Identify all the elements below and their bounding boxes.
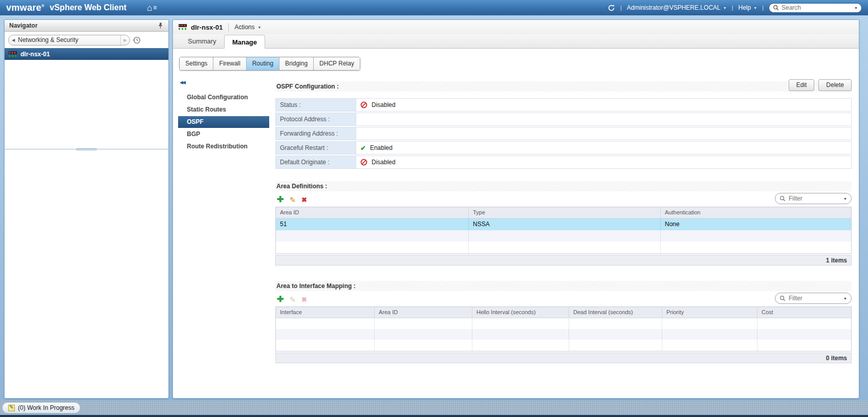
sidenav-bgp[interactable]: BGP: [178, 128, 269, 140]
delete-button[interactable]: Delete: [818, 79, 852, 91]
navigator-titlebar: Navigator: [5, 20, 168, 32]
column-header[interactable]: Area ID: [276, 207, 469, 218]
filter-input[interactable]: [789, 295, 840, 302]
search-input[interactable]: [782, 4, 852, 11]
status-disabled-icon: [360, 101, 367, 108]
items-count: 1 items: [275, 255, 852, 266]
subtab-routing[interactable]: Routing: [246, 57, 279, 70]
delete-x-icon[interactable]: ✖: [301, 196, 307, 203]
chevron-down-icon[interactable]: ▼: [843, 197, 847, 201]
config-row-default-originate: Default Originate : Disabled: [275, 156, 852, 169]
add-icon[interactable]: ✚: [277, 295, 284, 303]
vmware-logo: vmware®: [6, 3, 45, 13]
empty-row: [276, 242, 851, 253]
delete-x-icon-disabled: ✖: [301, 296, 307, 303]
area-interface-mapping-section: Area to Interface Mapping : ✚ ✎ ✖ ▼: [275, 281, 852, 363]
sidebar-item-dlr-nsx-01[interactable]: dlr-nsx-01: [5, 48, 168, 60]
navigator-splitter[interactable]: [5, 147, 168, 151]
logical-router-icon: [9, 51, 17, 57]
sidenav-global-configuration[interactable]: Global Configuration: [178, 92, 269, 103]
config-row-status: Status : Disabled: [275, 98, 852, 112]
chevron-down-icon[interactable]: ▼: [854, 6, 858, 10]
config-row-forwarding-address: Forwarding Address :: [275, 127, 852, 140]
tab-bar: Summary Manage: [173, 34, 859, 49]
area-interface-mapping-title: Area to Interface Mapping :: [275, 281, 852, 291]
edit-pencil-icon-disabled: ✎: [289, 296, 296, 303]
area-definitions-filter[interactable]: ▼: [775, 193, 852, 204]
status-enabled-icon: ✔: [360, 144, 366, 152]
column-header[interactable]: Priority: [662, 307, 757, 318]
chevron-down-icon: ▼: [753, 6, 757, 10]
column-header[interactable]: Authentication: [661, 207, 851, 218]
sidebar-item-label: dlr-nsx-01: [20, 51, 50, 58]
navigator-toolbar: ◀ Networking & Security ▶: [5, 32, 168, 48]
empty-row: [276, 329, 851, 340]
tab-manage[interactable]: Manage: [224, 35, 265, 49]
ospf-configuration-section: OSPF Configuration : Edit Delete: [275, 81, 852, 92]
subtab-settings[interactable]: Settings: [180, 57, 213, 70]
top-banner: vmware® vSphere Web Client ⌂ ≡ | Adminis…: [0, 0, 868, 15]
subtab-dhcp-relay[interactable]: DHCP Relay: [313, 57, 360, 70]
splitter-grip[interactable]: [76, 147, 97, 150]
main-panel: dlr-nsx-01 Actions ▼ Summary Manage Sett…: [172, 19, 859, 399]
work-in-progress-label: (0) Work In Progress: [18, 404, 74, 411]
table-row[interactable]: 51 NSSA None: [276, 218, 851, 230]
home-button[interactable]: ⌂ ≡: [147, 4, 157, 12]
edit-pencil-icon[interactable]: ✎: [289, 196, 296, 204]
help-menu[interactable]: Help ▼: [739, 4, 757, 11]
area-definitions-grid: Area ID Type Authentication 51 NSSA None: [275, 207, 852, 254]
chevron-down-icon: ▼: [258, 26, 262, 29]
forward-arrow-icon[interactable]: ▶: [120, 35, 129, 45]
user-menu[interactable]: Administrator@VSPHERE.LOCAL ▼: [627, 4, 727, 11]
column-header[interactable]: Cost: [757, 307, 851, 318]
menu-icon[interactable]: ≡: [153, 5, 157, 11]
home-icon[interactable]: ⌂: [147, 4, 152, 12]
ospf-config-table: Status : Disabled Protocol Address : For…: [275, 98, 852, 169]
empty-row: [276, 318, 851, 329]
area-interface-mapping-filter[interactable]: ▼: [775, 293, 852, 304]
search-icon: [779, 295, 786, 301]
search-box[interactable]: ▼: [769, 3, 862, 13]
work-in-progress-button[interactable]: ✎ (0) Work In Progress: [2, 402, 80, 413]
column-header[interactable]: Hello Interval (seconds): [472, 307, 569, 318]
chevron-down-icon[interactable]: ▼: [843, 297, 847, 300]
filter-input[interactable]: [789, 195, 840, 202]
column-header[interactable]: Dead Interval (seconds): [569, 307, 662, 318]
back-arrow-icon[interactable]: ◀: [9, 38, 18, 42]
area-interface-mapping-grid: Interface Area ID Hello Interval (second…: [275, 306, 852, 352]
navigator-title: Navigator: [9, 22, 37, 29]
product-title: vSphere Web Client: [50, 3, 126, 12]
column-header[interactable]: Interface: [276, 307, 375, 318]
note-icon: ✎: [8, 405, 15, 411]
sidenav-route-redistribution[interactable]: Route Redistribution: [178, 141, 269, 152]
grid-header-row: Area ID Type Authentication: [276, 207, 851, 218]
logical-router-icon: [179, 24, 187, 30]
separator: |: [732, 5, 733, 11]
separator: |: [762, 5, 764, 11]
config-row-protocol-address: Protocol Address :: [275, 113, 852, 126]
history-icon[interactable]: [133, 36, 141, 45]
column-header[interactable]: Type: [469, 207, 661, 218]
area-interface-mapping-toolbar: ✚ ✎ ✖ ▼: [275, 291, 852, 306]
area-definitions-title: Area Definitions :: [275, 181, 852, 191]
routing-content: ◀◀ Global Configuration Static Routes OS…: [178, 77, 852, 393]
taskbar: ✎ (0) Work In Progress: [0, 401, 868, 415]
add-icon[interactable]: ✚: [277, 195, 284, 204]
actions-menu[interactable]: Actions ▼: [234, 24, 261, 31]
column-header[interactable]: Area ID: [375, 307, 472, 318]
subtab-firewall[interactable]: Firewall: [213, 57, 246, 70]
collapse-left-icon[interactable]: ◀◀: [180, 80, 269, 85]
sidenav-static-routes[interactable]: Static Routes: [178, 104, 269, 116]
sidenav-ospf[interactable]: OSPF: [178, 116, 269, 128]
empty-row: [276, 340, 851, 351]
edit-button[interactable]: Edit: [789, 79, 815, 91]
subtab-bridging[interactable]: Bridging: [279, 57, 313, 70]
tab-summary[interactable]: Summary: [180, 34, 224, 48]
breadcrumb-label: Networking & Security: [18, 36, 120, 43]
ospf-config-actions: Edit Delete: [789, 79, 852, 91]
breadcrumb[interactable]: ◀ Networking & Security ▶: [8, 35, 130, 46]
refresh-icon[interactable]: [607, 4, 615, 12]
pin-icon[interactable]: [157, 22, 164, 29]
empty-row: [276, 230, 851, 242]
items-count: 0 items: [275, 353, 852, 363]
